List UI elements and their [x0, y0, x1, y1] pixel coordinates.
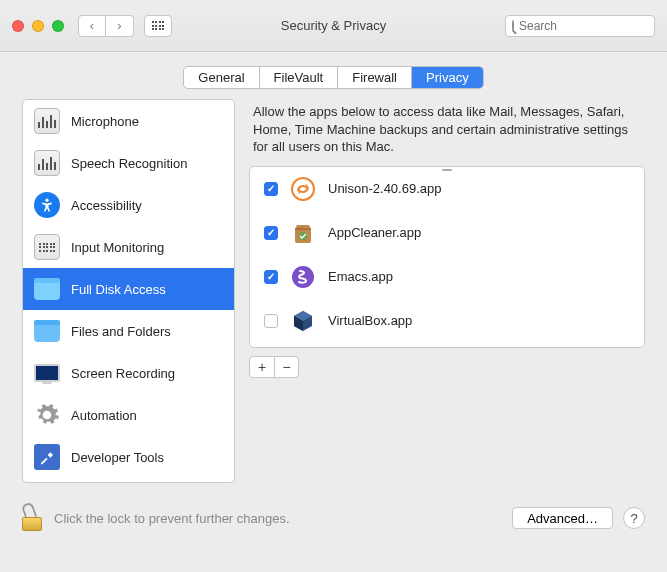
sidebar-item-input-monitoring[interactable]: Input Monitoring: [23, 226, 234, 268]
tab-segment: General FileVault Firewall Privacy: [183, 66, 483, 89]
app-icon: [290, 308, 316, 334]
description-text: Allow the apps below to access data like…: [249, 99, 645, 166]
app-icon: [290, 264, 316, 290]
sidebar-item-files-and-folders[interactable]: Files and Folders: [23, 310, 234, 352]
app-name: Unison-2.40.69.app: [328, 181, 441, 196]
search-icon: [512, 20, 514, 31]
sidebar-item-label: Automation: [71, 408, 137, 423]
add-remove-control: + −: [249, 356, 299, 378]
sidebar-item-developer-tools[interactable]: Developer Tools: [23, 436, 234, 478]
gear-icon: [33, 401, 61, 429]
zoom-window-button[interactable]: [52, 20, 64, 32]
svg-point-0: [45, 199, 48, 202]
window-controls: [12, 20, 64, 32]
tab-privacy[interactable]: Privacy: [411, 67, 483, 88]
sidebar-item-screen-recording[interactable]: Screen Recording: [23, 352, 234, 394]
toolbar: ‹ › Security & Privacy: [0, 0, 667, 52]
tab-firewall[interactable]: Firewall: [337, 67, 411, 88]
checkbox[interactable]: [264, 226, 278, 240]
checkbox[interactable]: [264, 314, 278, 328]
tab-general[interactable]: General: [184, 67, 258, 88]
tab-filevault[interactable]: FileVault: [259, 67, 338, 88]
sidebar-item-label: Screen Recording: [71, 366, 175, 381]
chevron-right-icon: ›: [117, 18, 121, 33]
scroll-indicator: [427, 167, 467, 173]
app-icon: [290, 220, 316, 246]
folder-icon: [33, 317, 61, 345]
tab-bar: General FileVault Firewall Privacy: [0, 52, 667, 99]
sidebar-item-label: Speech Recognition: [71, 156, 187, 171]
privacy-category-list[interactable]: Microphone Speech Recognition Accessibil…: [22, 99, 235, 483]
forward-button[interactable]: ›: [106, 15, 134, 37]
sidebar-item-label: Input Monitoring: [71, 240, 164, 255]
app-row-appcleaner[interactable]: AppCleaner.app: [250, 211, 644, 255]
minimize-window-button[interactable]: [32, 20, 44, 32]
app-row-unison[interactable]: Unison-2.40.69.app: [250, 167, 644, 211]
footer: Click the lock to prevent further change…: [0, 497, 667, 553]
show-all-button[interactable]: [144, 15, 172, 37]
main-area: Microphone Speech Recognition Accessibil…: [0, 99, 667, 497]
advanced-button[interactable]: Advanced…: [512, 507, 613, 529]
window-title: Security & Privacy: [281, 18, 386, 33]
app-name: VirtualBox.app: [328, 313, 412, 328]
search-input[interactable]: [519, 19, 667, 33]
grid-icon: [152, 21, 165, 30]
app-icon: [290, 176, 316, 202]
checkbox[interactable]: [264, 182, 278, 196]
help-button[interactable]: ?: [623, 507, 645, 529]
lock-help-text: Click the lock to prevent further change…: [54, 511, 290, 526]
checkbox[interactable]: [264, 270, 278, 284]
svg-point-1: [292, 178, 314, 200]
remove-button[interactable]: −: [274, 357, 298, 377]
app-list[interactable]: Unison-2.40.69.app AppCleaner.app Emacs.…: [249, 166, 645, 348]
waveform-icon: [33, 149, 61, 177]
accessibility-icon: [33, 191, 61, 219]
nav-buttons: ‹ ›: [78, 15, 134, 37]
sidebar-item-microphone[interactable]: Microphone: [23, 100, 234, 142]
sidebar-item-accessibility[interactable]: Accessibility: [23, 184, 234, 226]
content-pane: Allow the apps below to access data like…: [249, 99, 645, 483]
close-window-button[interactable]: [12, 20, 24, 32]
add-button[interactable]: +: [250, 357, 274, 377]
sidebar-item-label: Files and Folders: [71, 324, 171, 339]
keyboard-icon: [33, 233, 61, 261]
app-name: AppCleaner.app: [328, 225, 421, 240]
sidebar-item-label: Full Disk Access: [71, 282, 166, 297]
svg-point-3: [292, 266, 314, 288]
search-field[interactable]: [505, 15, 655, 37]
display-icon: [33, 359, 61, 387]
sidebar-item-label: Accessibility: [71, 198, 142, 213]
hammer-icon: [33, 443, 61, 471]
chevron-left-icon: ‹: [90, 18, 94, 33]
sidebar-item-automation[interactable]: Automation: [23, 394, 234, 436]
folder-icon: [33, 275, 61, 303]
lock-body-icon: [22, 517, 42, 531]
lock-button[interactable]: [22, 505, 44, 531]
back-button[interactable]: ‹: [78, 15, 106, 37]
app-name: Emacs.app: [328, 269, 393, 284]
sidebar-item-full-disk-access[interactable]: Full Disk Access: [23, 268, 234, 310]
waveform-icon: [33, 107, 61, 135]
app-row-emacs[interactable]: Emacs.app: [250, 255, 644, 299]
app-row-virtualbox[interactable]: VirtualBox.app: [250, 299, 644, 343]
sidebar-item-label: Developer Tools: [71, 450, 164, 465]
sidebar-item-speech-recognition[interactable]: Speech Recognition: [23, 142, 234, 184]
sidebar-item-label: Microphone: [71, 114, 139, 129]
